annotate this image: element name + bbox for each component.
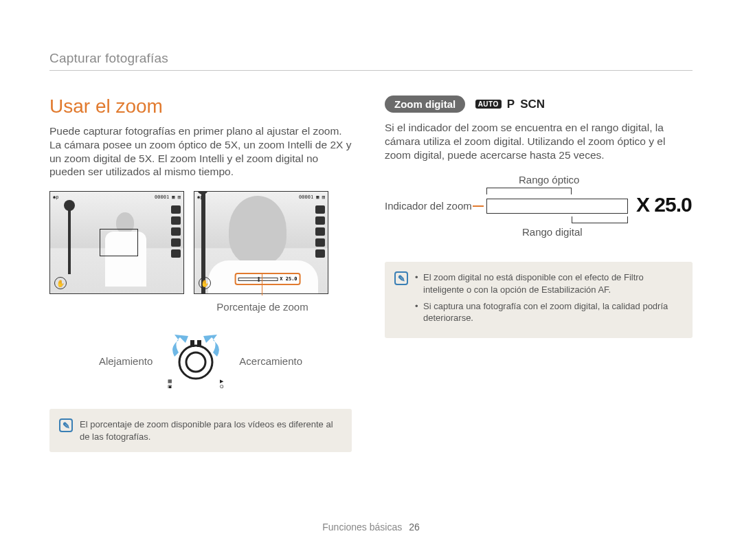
svg-rect-2	[190, 340, 194, 347]
camera-preview-zoomed: ◉p 00001 ▦ ▥ ✋ X 25.0	[194, 191, 328, 294]
info-icon: ✎	[59, 418, 73, 432]
zoom-dial-icon: ▦ ▣ ▶ Q	[165, 333, 227, 388]
note-right-item-2: Si captura una fotografía con el zoom di…	[415, 300, 682, 324]
mode-auto-icon: AUTO	[475, 100, 502, 109]
right-column: Zoom digital AUTO P SCN Si el indicador …	[385, 96, 693, 452]
zoom-range-diagram: Rango óptico Indicador del zoom Rango di…	[385, 174, 693, 249]
svg-text:▣: ▣	[168, 384, 172, 388]
svg-text:▶: ▶	[220, 379, 224, 383]
zoom-digital-pill: Zoom digital	[385, 96, 465, 113]
camera-preview-wide: ◉p 00001 ▦ ▥ ✋	[49, 191, 184, 294]
mode-p-icon: P	[507, 98, 515, 111]
note-left-text: El porcentaje de zoom disponible para lo…	[80, 418, 341, 443]
svg-text:▦: ▦	[168, 379, 172, 383]
svg-text:Q: Q	[220, 384, 224, 388]
side-menu-icons	[171, 205, 181, 258]
two-column-layout: Usar el zoom Puede capturar fotografías …	[49, 96, 693, 452]
section-heading: Usar el zoom	[49, 96, 352, 117]
camera-screenshot-row: ◉p 00001 ▦ ▥ ✋ ◉p 00001 ▦ ▥	[49, 191, 352, 294]
page-footer: Funciones básicas 26	[0, 522, 742, 533]
camera-mode-icon: ◉p	[53, 194, 58, 203]
mode-scn-icon: SCN	[520, 98, 545, 111]
zoom-factor-label: X 25.0	[280, 276, 297, 282]
svg-rect-3	[197, 340, 201, 347]
shot-counter: 00001	[299, 194, 313, 200]
zoom-out-label: Alejamiento	[99, 355, 153, 367]
zoom-percentage-caption: Porcentaje de zoom	[111, 301, 414, 313]
intro-paragraph: Puede capturar fotografías en primer pla…	[49, 124, 352, 179]
mode-icons-group: AUTO P SCN	[475, 98, 545, 111]
digital-range-label: Rango digital	[522, 226, 583, 238]
note-box-right: ✎ El zoom digital no está disponible con…	[385, 262, 693, 337]
info-icon: ✎	[394, 271, 408, 285]
shot-counter: 00001	[155, 194, 169, 200]
footer-section-name: Funciones básicas	[322, 522, 402, 533]
right-paragraph: Si el indicador del zoom se encuentra en…	[385, 121, 693, 161]
note-right-item-1: El zoom digital no está disponible con e…	[415, 271, 682, 295]
footer-page-number: 26	[409, 522, 420, 533]
stabilizer-icon: ✋	[54, 277, 67, 289]
note-box-left: ✎ El porcentaje de zoom disponible para …	[49, 409, 352, 452]
zoom-in-label: Acercamiento	[239, 355, 302, 367]
side-menu-icons	[315, 205, 325, 258]
zoom-indicator-label: Indicador del zoom	[385, 200, 472, 212]
svg-point-1	[186, 352, 205, 372]
left-column: Usar el zoom Puede capturar fotografías …	[49, 96, 352, 452]
svg-point-0	[179, 346, 212, 379]
optical-range-label: Rango óptico	[519, 174, 579, 186]
zoom-dial-row: Alejamiento ▦ ▣ ▶ Q Acercamiento	[49, 333, 352, 388]
max-zoom-value: X 25.0	[636, 193, 692, 216]
zoom-bar-overlay: X 25.0	[235, 273, 301, 285]
breadcrumb: Capturar fotografías	[49, 51, 693, 71]
